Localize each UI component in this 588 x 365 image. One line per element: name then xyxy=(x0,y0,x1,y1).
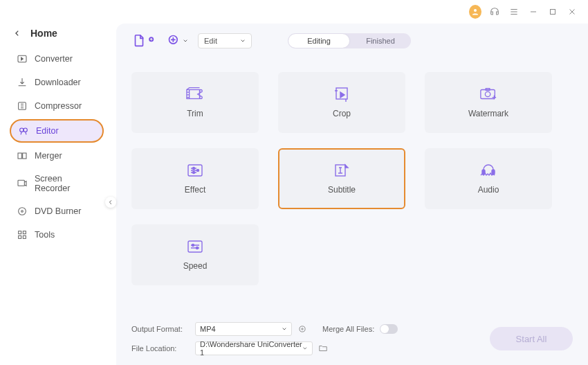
card-subtitle[interactable]: Subtitle xyxy=(278,148,405,209)
svg-point-25 xyxy=(193,168,195,170)
tools-icon xyxy=(17,229,28,240)
svg-rect-1 xyxy=(551,10,555,15)
status-segmented: Editing Finished xyxy=(288,33,411,48)
start-all-button[interactable]: Start All xyxy=(490,327,573,350)
close-icon[interactable] xyxy=(566,6,578,18)
user-avatar-icon[interactable] xyxy=(469,6,481,18)
card-audio[interactable]: Audio xyxy=(425,148,552,209)
svg-rect-7 xyxy=(23,153,26,159)
maximize-icon[interactable] xyxy=(546,6,559,18)
converter-icon xyxy=(17,53,28,64)
main-panel: Edit Editing Finished Trim Crop Watermar… xyxy=(116,24,588,365)
svg-point-26 xyxy=(197,170,199,172)
speed-icon xyxy=(186,239,204,254)
merger-icon xyxy=(17,150,28,161)
sidebar-item-label: Downloader xyxy=(35,78,81,87)
sidebar-item-compressor[interactable]: Compressor xyxy=(10,96,104,116)
card-effect[interactable]: Effect xyxy=(131,148,259,209)
support-icon[interactable] xyxy=(488,6,501,18)
card-label: Trim xyxy=(187,109,203,118)
sidebar-item-tools[interactable]: Tools xyxy=(10,224,104,245)
card-label: Effect xyxy=(185,185,205,195)
trim-icon xyxy=(186,87,204,102)
svg-rect-6 xyxy=(18,153,21,159)
svg-point-4 xyxy=(20,128,24,132)
card-crop[interactable]: Crop xyxy=(278,72,405,133)
svg-point-32 xyxy=(192,244,194,247)
svg-point-35 xyxy=(302,328,303,330)
svg-rect-13 xyxy=(19,235,21,238)
sidebar-item-screenrecorder[interactable]: Screen Recorder xyxy=(10,169,104,198)
card-label: Speed xyxy=(183,261,208,271)
card-label: Subtitle xyxy=(328,185,356,195)
sidebar-item-label: DVD Burner xyxy=(35,206,81,216)
merge-toggle[interactable] xyxy=(380,324,398,334)
edit-mode-select[interactable]: Edit xyxy=(198,33,252,48)
sidebar-item-label: Converter xyxy=(35,54,73,64)
effect-icon xyxy=(186,163,204,178)
edit-select-value: Edit xyxy=(204,37,217,45)
output-settings-icon[interactable] xyxy=(297,324,307,334)
sidebar-item-converter[interactable]: Converter xyxy=(10,48,104,69)
dvdburner-icon xyxy=(17,206,28,217)
seg-finished[interactable]: Finished xyxy=(350,33,411,48)
card-watermark[interactable]: Watermark xyxy=(425,72,552,133)
svg-point-19 xyxy=(200,96,203,99)
crop-icon xyxy=(333,87,351,102)
collapse-sidebar-icon[interactable] xyxy=(105,197,116,208)
svg-point-10 xyxy=(21,211,24,213)
audio-icon xyxy=(479,163,497,178)
svg-rect-31 xyxy=(188,241,202,252)
start-all-label: Start All xyxy=(516,334,547,344)
add-file-button[interactable] xyxy=(131,33,158,48)
merge-label: Merge All Files: xyxy=(322,325,374,333)
sidebar-item-downloader[interactable]: Downloader xyxy=(10,72,104,93)
sidebar-item-editor[interactable]: Editor xyxy=(10,119,104,143)
compressor-icon xyxy=(17,100,28,112)
subtitle-icon xyxy=(333,163,351,178)
menu-icon[interactable] xyxy=(508,6,520,18)
svg-point-9 xyxy=(19,208,26,215)
add-url-button[interactable] xyxy=(167,34,188,48)
home-row[interactable]: Home xyxy=(4,24,107,48)
card-trim[interactable]: Trim xyxy=(131,72,259,133)
sidebar-item-label: Screen Recorder xyxy=(35,174,97,193)
svg-point-22 xyxy=(485,91,490,96)
output-format-label: Output Format: xyxy=(131,325,190,333)
sidebar-item-merger[interactable]: Merger xyxy=(10,145,104,166)
home-label: Home xyxy=(30,28,57,39)
sidebar-item-label: Compressor xyxy=(35,101,82,111)
screenrecorder-icon xyxy=(17,178,28,189)
svg-point-0 xyxy=(474,9,477,12)
svg-rect-12 xyxy=(23,231,26,234)
card-label: Crop xyxy=(333,109,351,118)
svg-rect-11 xyxy=(19,231,21,234)
toolbar: Edit Editing Finished xyxy=(131,33,573,48)
file-location-label: File Location: xyxy=(131,344,190,353)
footer: Output Format: MP4 Merge All Files: File… xyxy=(131,318,573,355)
watermark-icon xyxy=(479,87,497,102)
editor-icon xyxy=(18,125,29,136)
card-label: Audio xyxy=(478,185,499,195)
file-location-select[interactable]: D:\Wondershare UniConverter 1 xyxy=(195,341,313,355)
seg-editing[interactable]: Editing xyxy=(288,34,349,48)
sidebar-item-label: Editor xyxy=(36,126,59,136)
sidebar: Home Converter Downloader Compressor Edi… xyxy=(0,24,111,365)
svg-point-34 xyxy=(300,326,305,332)
downloader-icon xyxy=(17,77,28,88)
sidebar-item-dvdburner[interactable]: DVD Burner xyxy=(10,201,104,222)
svg-point-27 xyxy=(193,172,195,174)
output-format-select[interactable]: MP4 xyxy=(195,322,292,336)
titlebar xyxy=(0,0,588,24)
back-icon[interactable] xyxy=(14,29,21,37)
svg-point-33 xyxy=(196,247,199,249)
output-format-value: MP4 xyxy=(200,325,216,333)
card-speed[interactable]: Speed xyxy=(131,224,259,285)
svg-point-18 xyxy=(200,90,203,93)
sidebar-item-label: Tools xyxy=(35,230,55,240)
open-folder-icon[interactable] xyxy=(318,344,328,353)
svg-rect-14 xyxy=(23,235,26,238)
minimize-icon[interactable] xyxy=(527,6,540,18)
svg-rect-8 xyxy=(18,180,24,186)
card-label: Watermark xyxy=(468,109,508,118)
